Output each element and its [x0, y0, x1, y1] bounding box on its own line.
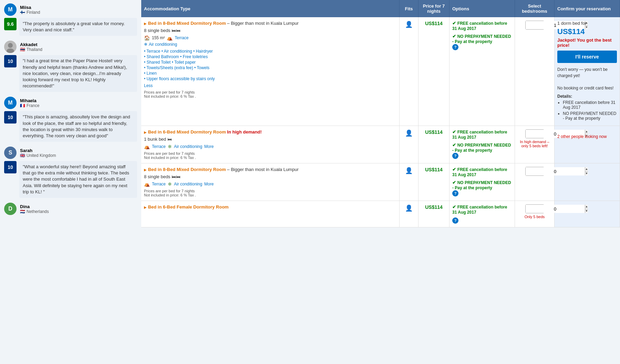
- options-cell-4: ✔ FREE cancellation before 31 Aug 2017 ?: [450, 201, 515, 227]
- air-cond-label-2[interactable]: Air conditioning: [174, 144, 202, 149]
- option-1-label-3: FREE cancellation before 31 Aug 2017: [452, 167, 507, 177]
- finland-flag: 🇫🇮: [20, 10, 25, 15]
- other-looking-text: 2 other people looking now: [557, 134, 617, 139]
- triangle-icon-2: ▶: [144, 130, 147, 134]
- option-2-label-3: NO PREPAYMENT NEEDED - Pay at the proper…: [452, 180, 511, 190]
- more-link-2[interactable]: More: [204, 144, 214, 149]
- price-cell-4: US$114: [418, 201, 450, 227]
- score-badge-2: 10: [4, 55, 17, 67]
- table-row: ▶ Bed in 8-Bed Mixed Dormitory Room – Bi…: [141, 17, 620, 126]
- qty-up-4[interactable]: ▲: [585, 205, 588, 209]
- triangle-icon-4: ▶: [144, 205, 147, 209]
- more-link-3[interactable]: More: [204, 182, 214, 186]
- room-cell-1: ▶ Bed in 8-Bed Mixed Dormitory Room – Bi…: [141, 17, 400, 126]
- qty-input-3[interactable]: [526, 167, 585, 175]
- confirm-note-1: Don't worry — you won't be charged yet! …: [557, 66, 617, 91]
- reviewer-miisa-name: Miisa: [20, 5, 40, 10]
- jackpot-text: Jackpot! You got the best price!: [557, 38, 617, 48]
- price-cell-2: US$114: [418, 126, 450, 163]
- avatar-miisa: M: [4, 3, 17, 16]
- price-amount-2: US$114: [425, 129, 443, 135]
- reserve-button[interactable]: I'll reserve: [557, 51, 617, 63]
- snowflake-icon-3: ❄: [168, 181, 172, 187]
- score-badge-4: 10: [4, 161, 17, 173]
- col-header-price: Price for 7 nights: [418, 0, 450, 17]
- confirm-detail-1: NO PREPAYMENT NEEDED - Pay at the proper…: [563, 111, 617, 121]
- confirm-details: Details: FREE cancellation before 31 Aug…: [557, 94, 617, 121]
- room-cell-4: ▶ Bed in 6-Bed Female Dormitory Room: [141, 201, 400, 227]
- snowflake-icon-2: ❄: [168, 144, 172, 149]
- reviewer-mihaela-name: Mihaela: [20, 98, 39, 103]
- amenity-1-4: • Linen: [144, 71, 396, 76]
- review-1-block: 9.6 "The property is absolutely a great …: [4, 18, 137, 36]
- amenity-1-5: • Upper floors accessible by stairs only: [144, 76, 396, 81]
- qty-input-4[interactable]: [526, 205, 585, 213]
- qty-btns-3: ▲ ▼: [585, 167, 588, 175]
- col-header-options: Options: [450, 0, 515, 17]
- room-beds-2: 1 bunk bed 🛏: [144, 137, 396, 142]
- france-flag: 🇫🇷: [20, 103, 25, 108]
- option-2-check-2: ✔ NO PREPAYMENT NEEDED - Pay at the prop…: [452, 142, 512, 153]
- qty-down-4[interactable]: ▼: [585, 209, 588, 213]
- col-header-fits: Fits: [400, 0, 418, 17]
- price-note-2: Prices are per bed for 7 nightsNot inclu…: [144, 151, 396, 160]
- col-header-select: Select beds/rooms: [515, 0, 555, 17]
- qty-wrapper-1: ▲ ▼: [525, 21, 544, 30]
- select-cell-2: ▲ ▼ In high demand – only 5 beds left!: [515, 126, 555, 163]
- reviewer-sarah-country: 🇬🇧 United Kingdom: [20, 153, 56, 158]
- reviewer-miisa-header: M Miisa 🇫🇮 Finland: [4, 3, 137, 16]
- room-features-3: ⛺ Terrace ❄ Air conditioning More: [144, 181, 396, 187]
- triangle-icon-3: ▶: [144, 168, 147, 172]
- terrace-label-2[interactable]: Terrace: [152, 144, 166, 149]
- qty-down-1[interactable]: ▼: [585, 25, 588, 30]
- amenity-1-3: • Towels/Sheets (extra fee) • Towels: [144, 65, 396, 70]
- svg-point-1: [8, 43, 13, 48]
- air-cond-label-1[interactable]: Air conditioning: [149, 42, 177, 47]
- reviewer-akkadet-country: 🇹🇭 Thailand: [20, 47, 42, 52]
- help-icon-2[interactable]: ?: [452, 153, 458, 159]
- terrace-label-3[interactable]: Terrace: [152, 182, 166, 186]
- room-link-2[interactable]: Bed in 6-Bed Mixed Dormitory Room: [148, 129, 226, 135]
- reviewer-mihaela-country: 🇫🇷 France: [20, 103, 39, 108]
- room-cell-2: ▶ Bed in 6-Bed Mixed Dormitory Room In h…: [141, 126, 400, 163]
- option-2-check-1: ✔ NO PREPAYMENT NEEDED - Pay at the prop…: [452, 34, 512, 44]
- review-2-block: 10 "I had a great time at the Paper Plan…: [4, 55, 137, 92]
- fits-cell-2: 👤: [400, 126, 418, 163]
- room-name-2: ▶ Bed in 6-Bed Mixed Dormitory Room In h…: [144, 129, 396, 135]
- option-1-label-2: FREE cancellation before 31 Aug 2017: [452, 130, 507, 140]
- qty-down-3[interactable]: ▼: [585, 172, 588, 176]
- terrace-label-1[interactable]: Terrace: [175, 35, 188, 40]
- accommodation-table: Accommodation Type Fits Price for 7 nigh…: [141, 0, 620, 227]
- terrace-icon-3: ⛺: [144, 181, 150, 187]
- option-1-label-1: FREE cancellation before 31 Aug 2017: [452, 21, 507, 31]
- room-name-1: ▶ Bed in 8-Bed Mixed Dormitory Room – Bi…: [144, 21, 396, 26]
- fits-cell-1: 👤: [400, 17, 418, 126]
- less-link-1[interactable]: Less: [144, 83, 153, 88]
- option-1-check-1: ✔ FREE cancellation before 31 Aug 2017: [452, 21, 512, 31]
- help-icon-4[interactable]: ?: [452, 217, 458, 224]
- only-beds-4: Only 5 beds: [518, 215, 551, 219]
- help-icon-3[interactable]: ?: [452, 190, 458, 196]
- select-cell-4: ▲ ▼ Only 5 beds: [515, 201, 555, 227]
- confirm-detail-0: FREE cancellation before 31 Aug 2017: [563, 100, 617, 110]
- amenity-1-2: • Shared Toilet • Toilet paper: [144, 60, 396, 65]
- air-cond-label-3[interactable]: Air conditioning: [174, 182, 202, 186]
- avatar-dina: D: [4, 203, 17, 215]
- room-link-4[interactable]: Bed in 6-Bed Female Dormitory Room: [148, 204, 229, 210]
- review-4-block: 10 "What a wonderful stay here!! Beyond …: [4, 161, 137, 198]
- room-link-1[interactable]: Bed in 8-Bed Mixed Dormitory Room: [148, 21, 226, 26]
- option-1-check-2: ✔ FREE cancellation before 31 Aug 2017: [452, 129, 512, 140]
- room-name-3: ▶ Bed in 8-Bed Mixed Dormitory Room – Bi…: [144, 167, 396, 172]
- col-header-accommodation: Accommodation Type: [141, 0, 400, 17]
- help-icon-1[interactable]: ?: [452, 44, 458, 50]
- avatar-mihaela: M: [4, 97, 17, 109]
- person-icon-1: 👤: [405, 21, 413, 28]
- room-link-3[interactable]: Bed in 8-Bed Mixed Dormitory Room: [148, 167, 226, 172]
- qty-up-2[interactable]: ▲: [585, 130, 588, 134]
- person-icon-3: 👤: [405, 167, 413, 174]
- qty-up-3[interactable]: ▲: [585, 167, 588, 172]
- options-cell-2: ✔ FREE cancellation before 31 Aug 2017 ✔…: [450, 126, 515, 163]
- table-row: ▶ Bed in 6-Bed Female Dormitory Room 👤 U…: [141, 201, 620, 227]
- room-desc-3: – Bigger than most in Kuala Lumpur: [227, 167, 298, 172]
- price-note-3: Prices are per bed for 7 nightsNot inclu…: [144, 189, 396, 197]
